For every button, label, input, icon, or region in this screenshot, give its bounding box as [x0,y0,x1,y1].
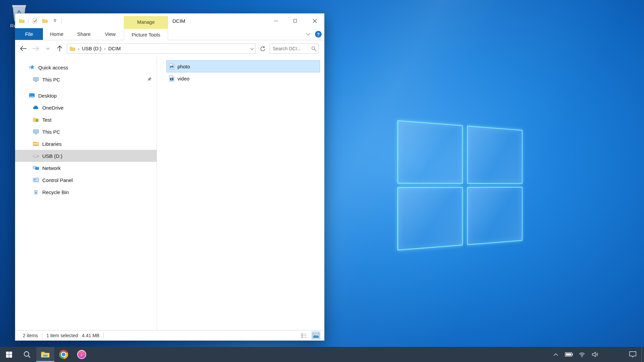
sidebar-item-label: This PC [42,77,60,82]
breadcrumb-usb[interactable]: USB (D:) [82,46,101,51]
wifi-icon [579,352,585,357]
sidebar-item-usb-d[interactable]: USB (D:) [15,150,157,162]
forward-arrow-icon [32,46,39,52]
music-note-glyph: ♪ [80,352,83,357]
toolbar-separator [28,18,29,23]
title-bar[interactable]: Manage DCIM [15,13,324,28]
desktop-icon [29,92,35,99]
minimize-button[interactable] [266,13,285,28]
sidebar-item-control-panel[interactable]: Control Panel [15,174,157,186]
quick-access-star-icon [29,64,35,71]
sidebar-item-this-pc-pinned[interactable]: This PC [15,73,157,85]
taskbar: ♪ [0,347,644,362]
address-dropdown-button[interactable] [250,46,254,51]
qat-properties-button[interactable] [31,17,39,25]
address-bar[interactable]: › USB (D:) › DCIM [67,44,256,54]
control-panel-icon [33,177,39,183]
sidebar-item-label: This PC [42,129,60,135]
file-item-photo[interactable]: photo [166,60,320,72]
tab-view[interactable]: View [97,28,123,40]
sidebar-item-label: Network [42,165,61,171]
recent-locations-dropdown[interactable] [43,44,53,54]
sidebar-item-recycle-bin[interactable]: Recycle Bin [15,186,157,198]
this-pc-icon [33,128,39,135]
volume-status[interactable] [588,347,602,362]
qat-new-folder-button[interactable] [41,17,49,25]
manage-contextual-group[interactable]: Manage [124,16,168,28]
file-list-pane[interactable]: photo video [157,57,324,330]
back-button[interactable] [18,44,29,54]
sidebar-item-libraries[interactable]: Libraries [15,138,157,150]
details-view-button[interactable] [300,331,308,340]
sidebar-item-label: USB (D:) [42,153,62,159]
tab-file[interactable]: File [15,28,43,40]
tab-picture-tools[interactable]: Picture Tools [124,28,168,40]
chevron-down-icon [46,47,50,50]
back-arrow-icon [20,46,27,52]
sidebar-item-test[interactable]: Test [15,114,157,126]
search-icon[interactable] [311,46,316,51]
sidebar-item-label: Desktop [38,93,57,99]
taskbar-file-explorer-button[interactable] [36,347,54,362]
close-button[interactable] [305,13,324,28]
system-tray [549,347,644,362]
sidebar-item-onedrive[interactable]: OneDrive [15,102,157,114]
window-content: Quick access This PC Desktop [15,57,324,330]
view-toggles [300,331,320,340]
action-center-icon [629,351,637,358]
window-title: DCIM [172,13,185,28]
sidebar-item-this-pc[interactable]: This PC [15,126,157,138]
properties-check-icon [32,18,38,24]
qat-customize-dropdown[interactable] [51,17,59,25]
quick-access-toolbar [15,13,62,28]
status-bar: 2 items 1 item selected 4.41 MB [15,330,324,341]
up-button[interactable] [55,44,65,54]
breadcrumb-chevron-icon: › [77,46,80,51]
refresh-icon [260,46,266,52]
sidebar-item-label: OneDrive [42,105,63,111]
ribbon-right-controls: ? [306,28,322,40]
tray-overflow-button[interactable] [549,347,562,362]
itunes-icon: ♪ [77,350,86,359]
status-separator [42,333,42,339]
tab-share[interactable]: Share [70,28,97,40]
forward-button[interactable] [31,44,41,54]
expand-ribbon-chevron-icon[interactable] [306,33,311,36]
action-center-button[interactable] [624,347,641,362]
file-item-video[interactable]: video [166,72,320,84]
sidebar-item-quick-access[interactable]: Quick access [15,61,157,73]
battery-status[interactable] [562,347,576,362]
address-folder-icon [70,46,75,51]
maximize-button[interactable] [285,13,305,28]
sidebar-item-label: Control Panel [42,177,73,183]
wifi-status[interactable] [576,347,588,362]
network-icon [33,165,39,171]
taskbar-chrome-button[interactable] [54,347,72,362]
tab-home[interactable]: Home [43,28,70,40]
show-desktop-button[interactable] [641,347,644,362]
battery-icon [565,352,573,357]
usb-drive-icon [33,153,39,159]
status-separator [103,333,104,339]
this-pc-icon [33,76,39,83]
windows-logo-pane [397,187,463,250]
window-controls [266,13,324,28]
breadcrumb-dcim[interactable]: DCIM [108,46,121,51]
sidebar-item-label: Quick access [38,65,68,70]
maximize-icon [293,19,297,22]
details-view-icon [301,333,307,338]
sidebar-item-desktop[interactable]: Desktop [15,89,157,102]
item-count: 2 items [23,333,38,338]
start-button[interactable] [0,347,18,362]
chevron-up-icon [553,353,558,356]
taskbar-search-button[interactable] [18,347,36,362]
refresh-button[interactable] [258,44,268,54]
taskbar-itunes-button[interactable]: ♪ [72,347,91,362]
toolbar-separator [61,18,62,23]
search-box[interactable] [270,44,319,54]
breadcrumb-chevron-icon: › [103,46,106,51]
speaker-icon [592,352,598,357]
sidebar-item-network[interactable]: Network [15,162,157,174]
help-button[interactable]: ? [315,31,322,38]
large-icons-view-button[interactable] [312,331,320,340]
